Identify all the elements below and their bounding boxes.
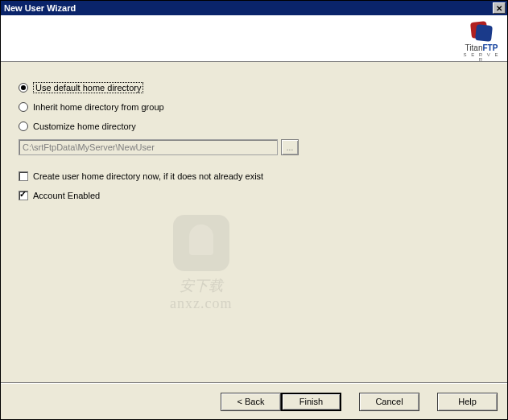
- logo-text: TitanFTP: [462, 43, 501, 52]
- ellipsis-icon: ...: [287, 143, 293, 152]
- browse-button: ...: [281, 139, 299, 155]
- nav-button-group: < Back Finish: [221, 393, 341, 411]
- checkbox-label: Account Enabled: [33, 191, 100, 200]
- watermark-text: 安下载: [170, 276, 232, 295]
- close-icon: ✕: [496, 4, 502, 13]
- radio-icon: [19, 102, 28, 112]
- header-panel: TitanFTP S E R V E R: [1, 15, 507, 62]
- radio-icon: [19, 83, 28, 93]
- home-directory-row: ...: [19, 139, 489, 155]
- watermark-icon: [173, 215, 229, 271]
- radio-label: Use default home directory: [33, 82, 143, 93]
- window-title: New User Wizard: [4, 3, 493, 13]
- checkbox-create-dir[interactable]: Create user home directory now, if it do…: [19, 170, 489, 183]
- logo-subtext: S E R V E R: [462, 52, 501, 62]
- watermark-url: anxz.com: [170, 295, 232, 312]
- checkbox-icon: [19, 171, 28, 181]
- radio-inherit-home[interactable]: Inherit home directory from group: [19, 101, 489, 113]
- back-button[interactable]: < Back: [221, 393, 281, 411]
- cancel-button[interactable]: Cancel: [359, 393, 419, 411]
- radio-icon: [19, 121, 28, 131]
- watermark: 安下载 anxz.com: [170, 215, 232, 312]
- checkbox-label: Create user home directory now, if it do…: [33, 171, 263, 181]
- home-directory-input: [19, 139, 278, 155]
- finish-button[interactable]: Finish: [281, 393, 341, 411]
- radio-custom-home[interactable]: Customize home directory: [19, 120, 489, 133]
- titlebar: New User Wizard ✕: [1, 1, 507, 15]
- close-button[interactable]: ✕: [493, 2, 506, 14]
- brand-logo: TitanFTP S E R V E R: [462, 20, 501, 62]
- checkbox-account-enabled[interactable]: Account Enabled: [19, 189, 489, 202]
- wizard-window: New User Wizard ✕ TitanFTP S E R V E R U…: [0, 0, 508, 420]
- content-area: Use default home directory Inherit home …: [1, 62, 507, 382]
- radio-label: Inherit home directory from group: [33, 102, 164, 112]
- radio-label: Customize home directory: [33, 121, 136, 131]
- help-button[interactable]: Help: [437, 393, 498, 411]
- radio-default-home[interactable]: Use default home directory: [19, 81, 489, 94]
- button-bar: < Back Finish Cancel Help: [1, 384, 507, 419]
- logo-icon: [469, 20, 494, 43]
- checkbox-icon: [19, 191, 28, 200]
